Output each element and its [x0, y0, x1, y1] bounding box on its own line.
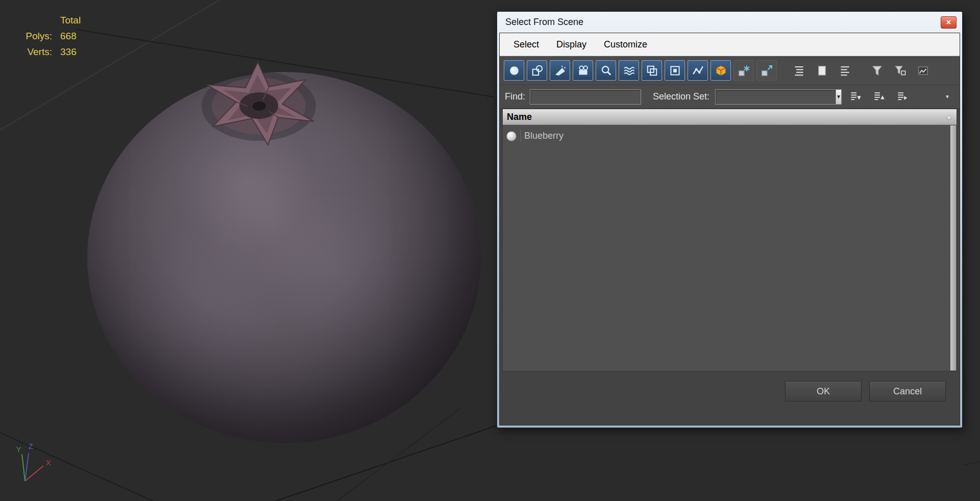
select-objects-in-set-button[interactable]	[893, 88, 912, 106]
custom-filter-icon	[916, 64, 930, 78]
filter-button[interactable]	[867, 60, 887, 81]
find-label: Find:	[505, 91, 525, 102]
display-groups-button[interactable]	[642, 60, 662, 81]
display-containers-icon	[714, 64, 728, 78]
display-helpers-button[interactable]	[596, 60, 616, 81]
display-xrefs-button[interactable]	[665, 60, 685, 81]
custom-filter-button[interactable]	[913, 60, 933, 81]
display-frozen-objects-button[interactable]	[733, 60, 754, 81]
display-hidden-objects-button[interactable]	[756, 60, 777, 81]
dialog-footer: OK Cancel	[500, 374, 960, 425]
display-bones-button[interactable]	[688, 60, 708, 81]
display-xrefs-icon	[668, 64, 682, 78]
object-name-label: Blueberry	[524, 131, 564, 141]
axis-tripod: Y Z X	[0, 435, 82, 496]
stats-polys-value: 668	[60, 28, 81, 44]
display-bones-icon	[691, 64, 705, 78]
display-influences-button[interactable]	[812, 60, 832, 81]
display-dependents-icon	[838, 64, 852, 78]
stats-verts-label: Verts:	[12, 44, 52, 60]
find-row: Find: Selection Set: ▼	[500, 85, 960, 109]
blueberry-model[interactable]	[87, 72, 481, 443]
list-arrow-right-icon	[896, 90, 909, 103]
scrollbar-thumb[interactable]	[950, 126, 956, 370]
stats-polys-label: Polys:	[12, 28, 52, 44]
axis-z-label: Z	[29, 442, 33, 450]
dialog-menubar: Select Display Customize	[500, 33, 960, 56]
display-hidden-objects-icon	[760, 64, 774, 78]
add-to-named-set-button[interactable]	[846, 88, 865, 106]
dialog-toolbar	[500, 56, 960, 85]
geometry-sphere-icon	[506, 131, 517, 141]
display-children-icon	[792, 64, 806, 78]
advanced-filter-icon	[893, 64, 907, 78]
stats-verts-value: 336	[60, 44, 81, 60]
menu-customize[interactable]: Customize	[595, 33, 656, 56]
display-shapes-icon	[530, 64, 544, 78]
blueberry-calyx	[191, 61, 324, 148]
display-containers-button[interactable]	[710, 60, 731, 81]
dialog-titlebar[interactable]: Select From Scene ×	[499, 12, 960, 33]
subtract-from-named-set-button[interactable]	[869, 88, 888, 106]
selection-set-combo: ▼	[715, 89, 841, 105]
list-arrow-down-icon	[849, 90, 862, 103]
display-groups-icon	[645, 64, 659, 78]
display-frozen-objects-icon	[737, 64, 751, 78]
display-cameras-button[interactable]	[573, 60, 593, 81]
axis-x-label: X	[46, 459, 51, 467]
display-lights-button[interactable]	[550, 60, 570, 81]
filter-icon	[870, 64, 884, 78]
display-dependents-button[interactable]	[835, 60, 855, 81]
vertical-scrollbar[interactable]	[949, 125, 957, 371]
display-geometry-icon	[507, 64, 521, 78]
close-button[interactable]: ×	[941, 16, 957, 29]
dialog-body: Select Display Customize	[499, 33, 960, 425]
menu-select[interactable]: Select	[505, 33, 548, 56]
stats-header: Total	[60, 12, 81, 28]
display-space-warps-icon	[622, 64, 636, 78]
column-options-button[interactable]: ▼	[940, 92, 954, 102]
list-body[interactable]: Blueberry	[503, 125, 957, 371]
advanced-filter-button[interactable]	[890, 60, 910, 81]
display-influences-icon	[815, 64, 829, 78]
find-input[interactable]	[530, 89, 641, 105]
select-from-scene-dialog: Select From Scene × Select Display Custo…	[497, 11, 963, 428]
chevron-down-icon: ▼	[836, 94, 841, 99]
row-divider	[520, 130, 521, 142]
display-cameras-icon	[576, 64, 590, 78]
viewport-statistics: Total Polys: 668 Verts: 336	[12, 12, 81, 60]
display-space-warps-button[interactable]	[619, 60, 639, 81]
display-helpers-icon	[599, 64, 613, 78]
selection-set-input[interactable]	[715, 89, 836, 105]
display-geometry-button[interactable]	[504, 60, 524, 81]
close-icon: ×	[946, 18, 951, 27]
sort-ascending-icon	[946, 114, 952, 120]
chevron-down-small-icon: ▼	[945, 94, 950, 99]
toolbar-separator	[857, 60, 864, 81]
toolbar-separator	[779, 60, 786, 81]
list-arrow-up-icon	[872, 90, 885, 103]
dialog-title: Select From Scene	[505, 17, 583, 28]
menu-display[interactable]: Display	[548, 33, 595, 56]
selection-set-dropdown-button[interactable]: ▼	[836, 89, 842, 105]
display-shapes-button[interactable]	[527, 60, 547, 81]
ok-button[interactable]: OK	[785, 381, 862, 402]
list-item-blueberry[interactable]: Blueberry	[503, 128, 957, 144]
display-lights-icon	[553, 64, 567, 78]
list-header-name-column[interactable]: Name	[503, 109, 957, 125]
stats-spacer	[12, 12, 52, 28]
display-children-button[interactable]	[789, 60, 809, 81]
cancel-button[interactable]: Cancel	[869, 381, 946, 402]
name-column-label: Name	[507, 112, 532, 122]
scene-object-list: Name Blueberry	[502, 109, 957, 371]
axis-y-label: Y	[16, 445, 21, 454]
selection-set-label: Selection Set:	[653, 91, 709, 102]
